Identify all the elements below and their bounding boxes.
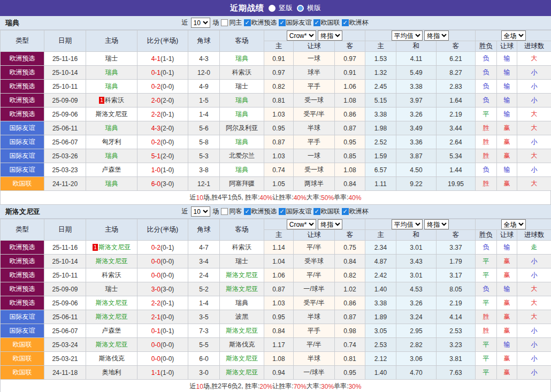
avg-odds-header: 平均值 终指 [365, 30, 476, 41]
winloss-result-cell: 胜 [476, 177, 497, 191]
layout-radio-vertical[interactable]: 竖版 [269, 3, 293, 13]
match-date-cell: 25-10-14 [44, 255, 86, 268]
corner-cell: 4-3 [188, 52, 220, 66]
score-cell: 1-1(1-0) [137, 366, 188, 380]
score-cell: 3-0(3-0) [137, 282, 188, 296]
summary-segment: 让胜率: [272, 382, 293, 391]
winloss-result-cell: 负 [476, 282, 497, 296]
summary-segment: 10 [196, 194, 203, 202]
score-cell: 1-0(1-0) [137, 163, 188, 177]
odds-cell-2: 受一球 [294, 94, 335, 107]
odds-source-select[interactable]: Crow* [287, 219, 316, 229]
odds-cell-1: 0.84 [264, 324, 294, 338]
odds-final-select[interactable]: 终指 [318, 30, 342, 41]
away-team-cell: 瑞典 [220, 107, 264, 121]
avg-odds-cell-2: 9.22 [396, 177, 437, 191]
competition-checkbox[interactable]: ✓ [313, 208, 320, 215]
score-cell: 2-2(0-1) [137, 296, 188, 310]
avg-odds-header: 平均值 终指 [365, 219, 476, 230]
avg-odds-cell-2: 3.01 [396, 241, 437, 255]
table-row: 国际友谊25-06-07卢森堡0-1(0-1)7-3斯洛文尼亚0.84平手0.9… [1, 324, 551, 338]
table-row: 欧洲预选25-09-06斯洛文尼亚2-2(0-1)1-4瑞典1.03受平/半0.… [1, 107, 551, 121]
away-team-cell: 斯洛文尼亚 [220, 268, 264, 282]
scope-select[interactable]: 全场 [501, 219, 526, 229]
home-team-cell: 匈牙利 [86, 135, 137, 149]
match-count-select[interactable]: 10 [191, 18, 210, 28]
top-header-bar: 近期战绩 竖版 横版 [0, 0, 551, 16]
home-team-cell: 斯洛文尼亚 [86, 310, 137, 324]
competition-checkbox[interactable]: ✓ [244, 19, 251, 26]
avg-select[interactable]: 平均值 [392, 30, 423, 41]
table-row: 欧洲预选25-09-091科索沃2-0(2-0)1-5瑞典0.81受一球1.08… [1, 94, 551, 107]
same-venue-checkbox[interactable] [221, 208, 228, 215]
odds-cell-3: 0.95 [335, 135, 365, 149]
odds-cell-3: 0.82 [335, 268, 365, 282]
table-row: 欧国联24-11-18奥地利1-1(1-0)3-0斯洛文尼亚0.94一/球半0.… [1, 366, 551, 380]
avg-final-select[interactable]: 终指 [424, 219, 449, 229]
match-type-cell: 欧洲预选 [1, 107, 44, 121]
competition-checkbox[interactable]: ✓ [313, 19, 320, 26]
avg-select[interactable]: 平均值 [392, 219, 423, 229]
avg-odds-cell-3: 19.95 [437, 177, 476, 191]
goals-result-cell: 小 [517, 94, 551, 107]
score-cell: 0-0(0-0) [137, 255, 188, 268]
avg-odds-cell-1: 1.40 [365, 282, 396, 296]
handicap-result-cell: 赢 [497, 324, 517, 338]
odds-cell-2: 半球 [294, 310, 335, 324]
page-title: 近期战绩 [230, 3, 264, 13]
competition-label: 国际友谊 [286, 18, 312, 27]
competition-checkbox[interactable]: ✓ [342, 208, 349, 215]
score-cell: 4-1(1-1) [137, 52, 188, 66]
odds-source-select[interactable]: Crow* [287, 30, 316, 41]
scope-select[interactable]: 全场 [501, 30, 526, 41]
same-venue-checkbox[interactable] [221, 19, 228, 26]
winloss-result-cell: 负 [476, 80, 497, 94]
avg-final-select[interactable]: 终指 [424, 30, 449, 41]
odds-cell-2: 球半 [294, 66, 335, 80]
odds-cell-1: 1.03 [264, 107, 294, 121]
goals-result-cell: 大 [517, 107, 551, 121]
match-count-select[interactable]: 10 [191, 206, 210, 217]
avg-odds-cell-3: 3.17 [437, 268, 476, 282]
games-label: 场 [213, 207, 219, 216]
match-type-cell: 欧国联 [1, 338, 44, 352]
table-row: 欧国联25-03-21斯洛伐克0-0(0-0)6-0斯洛文尼亚1.08半球0.8… [1, 352, 551, 366]
winloss-result-cell: 平 [476, 366, 497, 380]
match-date-cell: 25-10-14 [44, 66, 86, 80]
corner-cell: 4-7 [188, 241, 220, 255]
match-type-cell: 欧洲预选 [1, 282, 44, 296]
goals-result-cell: 小 [517, 163, 551, 177]
layout-radio-horizontal[interactable]: 横版 [297, 3, 321, 13]
summary-segment: 场,胜4平1负5, 胜率: [203, 193, 259, 202]
odds-cell-3: 0.84 [335, 177, 365, 191]
avg-odds-cell-2: 4.53 [396, 282, 437, 296]
competition-checkbox[interactable]: ✓ [342, 19, 349, 26]
avg-odds-cell-1: 2.45 [365, 80, 396, 94]
match-type-cell: 国际友谊 [1, 121, 44, 135]
radio-unselected-icon[interactable] [297, 5, 304, 12]
avg-odds-cell-1: 4.87 [365, 255, 396, 268]
goals-result-cell: 小 [517, 80, 551, 94]
avg-odds-cell-2: 3.26 [396, 296, 437, 310]
away-team-cell: 科索沃 [220, 241, 264, 255]
avg-odds-cell-3: 2.19 [437, 107, 476, 121]
col-header-corner: 角球 [188, 219, 220, 241]
avg-odds-cell-3: 1.64 [437, 94, 476, 107]
away-team-cell: 科索沃 [220, 66, 264, 80]
match-date-cell: 24-11-18 [44, 366, 86, 380]
away-team-cell: 斯洛文尼亚 [220, 324, 264, 338]
competition-checkbox[interactable]: ✓ [244, 208, 251, 215]
home-team-cell: 科索沃 [86, 268, 137, 282]
odds-cell-2: 平/半 [294, 268, 335, 282]
odds-final-select[interactable]: 终指 [318, 219, 342, 229]
corner-cell: 7-3 [188, 324, 220, 338]
sub-header-2: 让球 [294, 41, 335, 52]
competition-checkbox[interactable]: ✓ [279, 208, 286, 215]
radio-selected-icon[interactable] [269, 5, 276, 12]
corner-cell: 3-8 [188, 163, 220, 177]
competition-checkbox[interactable]: ✓ [279, 19, 286, 26]
away-team-cell: 瑞典 [220, 94, 264, 107]
table-row: 欧洲预选25-09-06斯洛文尼亚2-2(0-1)1-4瑞典1.03受平/半0.… [1, 296, 551, 310]
away-team-cell: 瑞典 [220, 296, 264, 310]
winloss-result-cell: 负 [476, 52, 497, 66]
